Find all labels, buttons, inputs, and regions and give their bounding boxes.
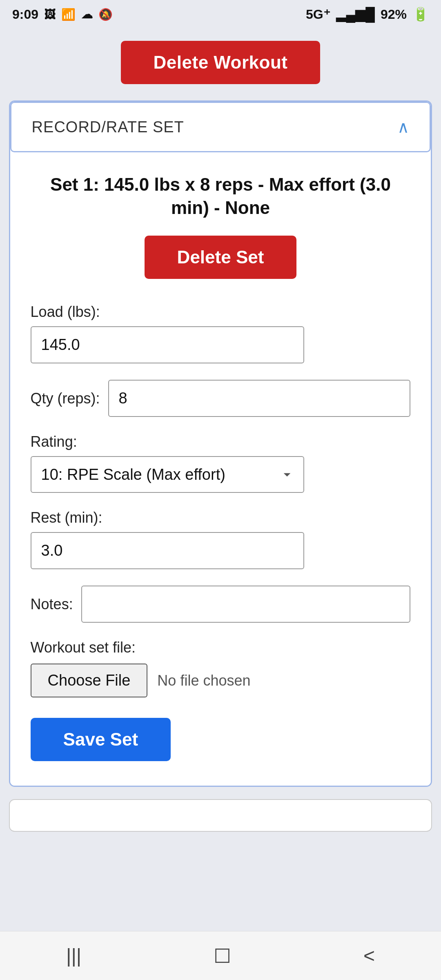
qty-input[interactable] [108, 380, 411, 417]
time-display: 9:09 [12, 7, 38, 22]
cloud-icon: ☁ [81, 8, 93, 21]
signal-bars: ▂▄▆█ [336, 7, 375, 22]
accordion-header[interactable]: RECORD/RATE SET ∧ [10, 102, 431, 152]
rating-label: Rating: [31, 433, 411, 450]
chevron-up-icon: ∧ [397, 118, 409, 136]
nav-home-button[interactable]: ☐ [197, 936, 247, 976]
battery-icon: 🔋 [412, 7, 429, 22]
choose-file-button[interactable]: Choose File [31, 664, 148, 697]
accordion-body: Set 1: 145.0 lbs x 8 reps - Max effort (… [10, 152, 431, 786]
rest-field-group: Rest (min): [31, 509, 411, 569]
status-right: 5G⁺ ▂▄▆█ 92% 🔋 [306, 7, 429, 22]
bottom-card-partial [9, 799, 432, 832]
photo-icon: 🖼 [44, 8, 56, 21]
set-title: Set 1: 145.0 lbs x 8 reps - Max effort (… [31, 173, 411, 219]
load-label: Load (lbs): [31, 303, 411, 321]
file-label: Workout set file: [31, 639, 411, 656]
delete-workout-button[interactable]: Delete Workout [121, 41, 321, 84]
main-card: RECORD/RATE SET ∧ Set 1: 145.0 lbs x 8 r… [9, 100, 432, 787]
rating-field-group: Rating: 10: RPE Scale (Max effort) 9: RP… [31, 433, 411, 493]
accordion-title: RECORD/RATE SET [32, 118, 184, 136]
qty-field-group: Qty (reps): [31, 380, 411, 417]
rest-input[interactable] [31, 532, 304, 569]
notes-input[interactable] [81, 586, 411, 623]
delete-set-button[interactable]: Delete Set [145, 236, 297, 279]
nav-back-button[interactable]: < [347, 936, 391, 975]
load-field-group: Load (lbs): [31, 303, 411, 363]
rest-label: Rest (min): [31, 509, 411, 526]
load-input[interactable] [31, 326, 304, 363]
file-section: Workout set file: Choose File No file ch… [31, 639, 411, 697]
notes-label: Notes: [31, 596, 73, 613]
save-set-button[interactable]: Save Set [31, 718, 171, 761]
nav-recent-apps-button[interactable]: ||| [50, 936, 98, 975]
mute-icon: 🔕 [98, 8, 113, 21]
status-bar: 9:09 🖼 📶 ☁ 🔕 5G⁺ ▂▄▆█ 92% 🔋 [0, 0, 441, 29]
network-indicator: 5G⁺ [306, 7, 330, 22]
nav-bar: ||| ☐ < [0, 931, 441, 980]
rating-select[interactable]: 10: RPE Scale (Max effort) 9: RPE Scale … [31, 456, 304, 493]
top-action-area: Delete Workout [0, 29, 441, 100]
qty-label: Qty (reps): [31, 390, 100, 407]
wifi-icon: 📶 [61, 8, 76, 21]
file-input-row: Choose File No file chosen [31, 664, 411, 697]
no-file-text: No file chosen [157, 672, 250, 689]
status-left: 9:09 🖼 📶 ☁ 🔕 [12, 7, 113, 22]
notes-field-group: Notes: [31, 586, 411, 623]
battery-indicator: 92% [381, 7, 407, 22]
